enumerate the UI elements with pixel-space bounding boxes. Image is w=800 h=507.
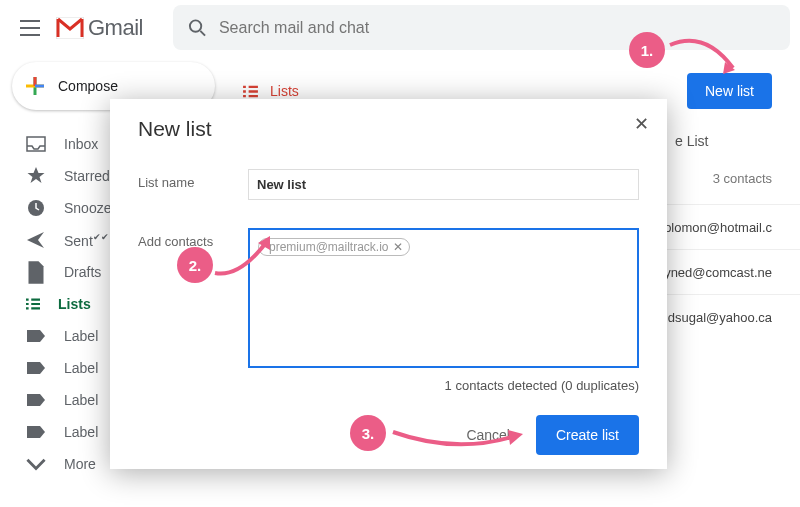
sidebar-label: Starred	[64, 168, 110, 184]
annotation-bubble: 3.	[350, 415, 386, 451]
hamburger-menu-icon[interactable]	[10, 8, 50, 48]
sidebar-label: Sent✔✔	[64, 232, 109, 249]
list-name-title: e List	[655, 133, 800, 149]
detected-text: 1 contacts detected (0 duplicates)	[138, 378, 639, 393]
svg-point-1	[190, 20, 201, 31]
annotation-1-arrow	[665, 30, 745, 89]
close-icon[interactable]: ✕	[634, 113, 649, 135]
contact-email: payned@comcast.ne	[650, 265, 772, 280]
sidebar-label: Label	[64, 328, 98, 344]
modal-title: New list	[138, 117, 639, 141]
lists-header-text: Lists	[270, 83, 299, 99]
label-icon	[26, 393, 46, 407]
listname-label: List name	[138, 169, 248, 190]
star-icon	[26, 166, 46, 186]
plus-icon	[24, 75, 46, 97]
contact-email: dsugal@yahoo.ca	[668, 310, 772, 325]
chevron-down-icon	[26, 457, 46, 471]
label-icon	[26, 425, 46, 439]
sidebar-label: Inbox	[64, 136, 98, 152]
logo-text: Gmail	[88, 15, 143, 41]
annotation-1: 1.	[629, 32, 665, 68]
sidebar-label: Label	[64, 392, 98, 408]
gmail-logo[interactable]: Gmail	[56, 15, 143, 41]
list-icon	[26, 297, 40, 311]
sidebar-label: More	[64, 456, 96, 472]
contact-email: solomon@hotmail.c	[658, 220, 772, 235]
sidebar-label: Label	[64, 360, 98, 376]
annotation-2-arrow	[210, 228, 285, 287]
create-list-button[interactable]: Create list	[536, 415, 639, 455]
compose-label: Compose	[58, 78, 118, 94]
inbox-icon	[26, 136, 46, 152]
sidebar-label: Label	[64, 424, 98, 440]
sidebar-label: Lists	[58, 296, 91, 312]
list-icon	[243, 85, 258, 98]
label-icon	[26, 329, 46, 343]
label-icon	[26, 361, 46, 375]
send-icon	[26, 230, 46, 250]
annotation-bubble: 1.	[629, 32, 665, 68]
search-icon	[188, 18, 207, 38]
sidebar-label: Drafts	[64, 264, 101, 280]
annotation-2: 2.	[177, 247, 213, 283]
chip-remove-icon[interactable]: ✕	[393, 240, 403, 254]
chip-email: premium@mailtrack.io	[269, 240, 389, 254]
annotation-bubble: 2.	[177, 247, 213, 283]
new-list-modal: New list ✕ List name Add contacts premiu…	[110, 99, 667, 469]
file-icon	[26, 260, 46, 285]
lists-header[interactable]: Lists	[243, 83, 299, 99]
annotation-3-arrow	[388, 420, 533, 459]
annotation-3: 3.	[350, 415, 386, 451]
contacts-input[interactable]: premium@mailtrack.io ✕	[248, 228, 639, 368]
clock-icon	[26, 198, 46, 218]
listname-input[interactable]	[248, 169, 639, 200]
